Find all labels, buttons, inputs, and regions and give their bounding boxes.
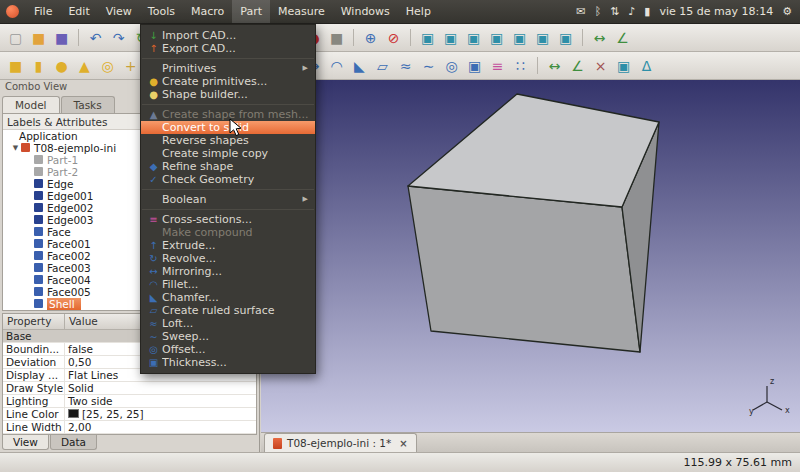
macro-stop-icon[interactable]: ■ [326,27,347,48]
undo-icon[interactable]: ↶ [85,27,106,48]
create-primitives-icon[interactable]: + [120,55,141,76]
menu-item-refine-shape[interactable]: ◆ Refine shape [141,160,315,173]
volume-icon[interactable]: ♪ [628,0,635,23]
menu-item-create-ruled-surface[interactable]: ▱ Create ruled surface [141,304,315,317]
sphere-primitive-icon[interactable]: ● [51,55,72,76]
prop-line-color[interactable]: Line Color [25, 25, 25] [3,408,256,421]
toggle-delta-icon[interactable]: Δ [636,55,657,76]
tab-model[interactable]: Model [2,96,60,113]
menu-item[interactable] [142,58,314,59]
torus-primitive-icon[interactable]: ◎ [97,55,118,76]
menu-item-create-simple-copy[interactable]: Create simple copy [141,147,315,160]
close-tab-icon[interactable]: × [399,438,407,449]
menu-item-sweep[interactable]: ∼ Sweep... [141,330,315,343]
menu-item-import-cad[interactable]: ↓ Import CAD... [141,29,315,42]
toolbar-icon[interactable] [353,29,354,46]
menu-item-offset[interactable]: ◎ Offset... [141,343,315,356]
loft-icon[interactable]: ≈ [395,55,416,76]
menu-item-export-cad[interactable]: ↑ Export CAD... [141,42,315,55]
menu-item-chamfer[interactable]: ◣ Chamfer... [141,291,315,304]
tab-view[interactable]: View [2,435,49,450]
network-icon[interactable]: ⇅ [610,0,619,23]
property-value[interactable]: 2,00 [65,421,256,433]
menu-item-mirroring[interactable]: ↔ Mirroring... [141,265,315,278]
fillet-icon[interactable]: ◠ [326,55,347,76]
right-view-icon[interactable]: ▣ [486,27,507,48]
property-column-header[interactable]: Property [3,314,65,329]
tab-data[interactable]: Data [50,435,97,450]
menu-item-shape-builder[interactable]: ● Shape builder... [141,88,315,101]
chamfer-icon[interactable]: ◣ [349,55,370,76]
menu-help[interactable]: Help [398,0,439,23]
menu-view[interactable]: View [98,0,140,23]
measure-linear-icon[interactable]: ↔ [589,27,610,48]
cylinder-primitive-icon[interactable]: ▮ [28,55,49,76]
toggle-3d-icon[interactable]: ▣ [613,55,634,76]
menu-item[interactable] [142,209,314,210]
menu-item-fillet[interactable]: ◠ Fillet... [141,278,315,291]
tab-tasks[interactable]: Tasks [61,96,115,113]
menu-item[interactable] [142,104,314,105]
sweep-icon[interactable]: ∼ [418,55,439,76]
prop-lighting[interactable]: Lighting Two side [3,395,256,408]
menu-item-create-primitives[interactable]: ● Create primitives... [141,75,315,88]
bottom-view-icon[interactable]: ▣ [532,27,553,48]
menu-item-check-geometry[interactable]: ✓ Check Geometry [141,173,315,186]
thickness-icon[interactable]: ▣ [464,55,485,76]
message-indicator-icon[interactable]: ✉ [576,0,585,23]
prop-line-width[interactable]: Line Width 2,00 [3,421,256,434]
expander-icon[interactable]: ▼ [11,144,20,152]
toolbar-icon[interactable] [78,29,79,46]
fit-all-icon[interactable]: ⊕ [360,27,381,48]
draw-style-icon[interactable]: ⊘ [383,27,404,48]
menu-item-boolean[interactable]: Boolean ▶ [141,193,315,206]
measure-angular-icon[interactable]: ∠ [567,55,588,76]
menu-measure[interactable]: Measure [270,0,333,23]
ruled-surface-icon[interactable]: ▱ [372,55,393,76]
menu-item-primitives[interactable]: Primitives ▶ [141,62,315,75]
toolbar-icon[interactable] [582,29,583,46]
menu-item-loft[interactable]: ≈ Loft... [141,317,315,330]
cross-sections-icon[interactable]: ≡ [487,55,508,76]
property-value[interactable]: Two side [65,395,256,407]
cone-primitive-icon[interactable]: ▲ [74,55,95,76]
menu-windows[interactable]: Windows [333,0,398,23]
property-value[interactable]: Solid [65,382,256,394]
prop-draw-style[interactable]: Draw Style Solid [3,382,256,395]
measure-clear-icon[interactable]: × [590,55,611,76]
menu-item-reverse-shapes[interactable]: Reverse shapes [141,134,315,147]
menu-item-revolve[interactable]: ↻ Revolve... [141,252,315,265]
menu-item-make-compound[interactable]: Make compound [141,226,315,239]
menu-item-create-shape-from-mesh[interactable]: ▲ Create shape from mesh... [141,108,315,121]
rear-view-icon[interactable]: ▣ [509,27,530,48]
menu-edit[interactable]: Edit [60,0,97,23]
axonometric-view-icon[interactable]: ▣ [417,27,438,48]
top-view-icon[interactable]: ▣ [463,27,484,48]
measure-linear-icon[interactable]: ↔ [544,55,565,76]
value-column-header[interactable]: Value [65,314,102,329]
offset-icon[interactable]: ◎ [441,55,462,76]
battery-icon[interactable]: ▮ [644,0,650,23]
open-document-icon[interactable]: ■ [28,27,49,48]
menu-item[interactable] [142,189,314,190]
menu-macro[interactable]: Macro [183,0,232,23]
menu-item-extrude[interactable]: ↑ Extrude... [141,239,315,252]
session-menu-icon[interactable]: ⚙ [782,0,792,23]
app-icon[interactable] [6,5,19,18]
menu-item-convert-to-solid[interactable]: Convert to solid [141,121,315,134]
menu-item-cross-sections[interactable]: ≡ Cross-sections... [141,213,315,226]
front-view-icon[interactable]: ▣ [440,27,461,48]
3d-viewport[interactable]: x y z [261,80,800,432]
menu-part[interactable]: Part [232,0,270,23]
new-document-icon[interactable]: ▢ [5,27,26,48]
left-view-icon[interactable]: ▣ [555,27,576,48]
document-tab[interactable]: T08-ejemplo-ini : 1* × [264,433,417,452]
menu-file[interactable]: File [26,0,60,23]
clock[interactable]: vie 15 de may 18:14 [659,5,773,18]
compound-icon[interactable]: ∷ [510,55,531,76]
bluetooth-icon[interactable]: ᛒ [594,0,601,23]
measure-angular-icon[interactable]: ∠ [612,27,633,48]
toolbar-icon[interactable] [410,29,411,46]
wedge-front-face[interactable] [408,186,640,352]
redo-icon[interactable]: ↷ [108,27,129,48]
